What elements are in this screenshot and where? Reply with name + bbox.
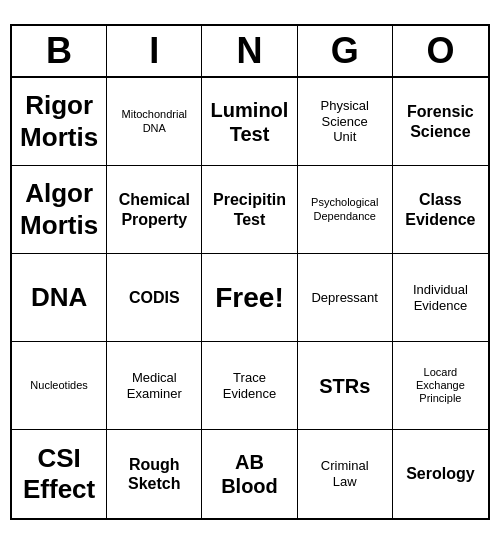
cell-text: RigorMortis — [20, 90, 98, 152]
cell-4-4: Serology — [393, 430, 488, 518]
cell-text: IndividualEvidence — [413, 282, 468, 313]
cell-4-0: CSIEffect — [12, 430, 107, 518]
cell-text: Depressant — [311, 290, 377, 306]
cell-text: CODIS — [129, 288, 180, 307]
cell-text: PrecipitinTest — [213, 190, 286, 228]
cell-text: ABBlood — [221, 450, 278, 498]
cell-text: AlgorMortis — [20, 178, 98, 240]
header-letter: I — [107, 26, 202, 76]
cell-text: PhysicalScienceUnit — [320, 98, 368, 145]
cell-3-0: Nucleotides — [12, 342, 107, 430]
cell-3-2: TraceEvidence — [202, 342, 297, 430]
cell-text: MedicalExaminer — [127, 370, 182, 401]
cell-text: CSIEffect — [23, 443, 95, 505]
cell-2-4: IndividualEvidence — [393, 254, 488, 342]
cell-text: Nucleotides — [30, 379, 87, 392]
cell-2-0: DNA — [12, 254, 107, 342]
cell-2-3: Depressant — [298, 254, 393, 342]
header-letter: G — [298, 26, 393, 76]
cell-text: STRs — [319, 374, 370, 398]
cell-3-3: STRs — [298, 342, 393, 430]
cell-text: TraceEvidence — [223, 370, 276, 401]
cell-4-1: RoughSketch — [107, 430, 202, 518]
cell-text: CriminalLaw — [321, 458, 369, 489]
cell-2-2: Free! — [202, 254, 297, 342]
cell-text: ChemicalProperty — [119, 190, 190, 228]
cell-0-0: RigorMortis — [12, 78, 107, 166]
cell-3-1: MedicalExaminer — [107, 342, 202, 430]
cell-text: LuminolTest — [211, 98, 289, 146]
cell-text: MitochondrialDNA — [122, 108, 187, 134]
cell-1-2: PrecipitinTest — [202, 166, 297, 254]
header-letter: N — [202, 26, 297, 76]
cell-text: ForensicScience — [407, 102, 474, 140]
header-letter: B — [12, 26, 107, 76]
cell-text: PsychologicalDependance — [311, 196, 378, 222]
cell-4-2: ABBlood — [202, 430, 297, 518]
cell-text: DNA — [31, 282, 87, 313]
cell-4-3: CriminalLaw — [298, 430, 393, 518]
cell-1-3: PsychologicalDependance — [298, 166, 393, 254]
cell-2-1: CODIS — [107, 254, 202, 342]
bingo-header: BINGO — [12, 26, 488, 78]
cell-text: ClassEvidence — [405, 190, 475, 228]
cell-text: Free! — [215, 281, 283, 315]
cell-0-4: ForensicScience — [393, 78, 488, 166]
cell-text: Serology — [406, 464, 474, 483]
cell-0-2: LuminolTest — [202, 78, 297, 166]
cell-1-0: AlgorMortis — [12, 166, 107, 254]
cell-text: RoughSketch — [128, 455, 180, 493]
cell-3-4: LocardExchangePrinciple — [393, 342, 488, 430]
cell-text: LocardExchangePrinciple — [416, 366, 465, 406]
cell-0-1: MitochondrialDNA — [107, 78, 202, 166]
cell-1-4: ClassEvidence — [393, 166, 488, 254]
cell-0-3: PhysicalScienceUnit — [298, 78, 393, 166]
bingo-grid: RigorMortisMitochondrialDNALuminolTestPh… — [12, 78, 488, 518]
bingo-card: BINGO RigorMortisMitochondrialDNALuminol… — [10, 24, 490, 520]
header-letter: O — [393, 26, 488, 76]
cell-1-1: ChemicalProperty — [107, 166, 202, 254]
